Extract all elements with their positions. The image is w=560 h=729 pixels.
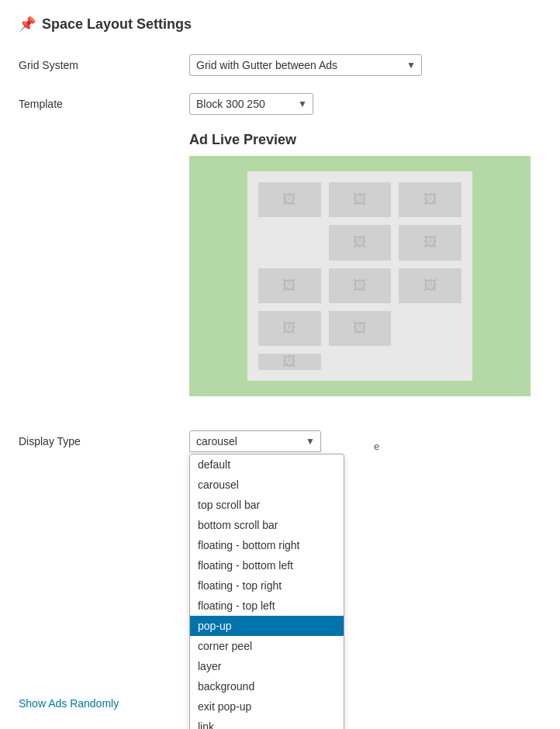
dropdown-item-top-scroll-bar[interactable]: top scroll bar <box>190 495 344 515</box>
img-placeholder-icon: 🖼 <box>282 320 296 337</box>
img-placeholder-icon: 🖼 <box>282 278 296 294</box>
dropdown-item-floating-bottom-left[interactable]: floating - bottom left <box>190 555 344 575</box>
preview-inner: 🖼 🖼 🖼 🖼 🖼 🖼 🖼 🖼 🖼 🖼 🖼 <box>247 171 472 381</box>
template-select[interactable]: Block 300 250 Banner Leaderboard <box>189 93 313 115</box>
img-placeholder-icon: 🖼 <box>353 234 367 250</box>
grid-system-label: Grid System <box>19 54 189 71</box>
grid-system-select[interactable]: Grid with Gutter between Ads Simple Grid… <box>189 54 422 76</box>
preview-title: Ad Live Preview <box>189 132 296 148</box>
dropdown-item-corner-peel[interactable]: corner peel <box>190 636 344 656</box>
page-title: 📌 Space Layout Settings <box>19 16 541 33</box>
grid-system-row: Grid System Grid with Gutter between Ads… <box>19 54 541 76</box>
display-type-dropdown: default carousel top scroll bar bottom s… <box>189 454 344 729</box>
dropdown-item-floating-top-left[interactable]: floating - top left <box>190 596 344 616</box>
grid-system-control: Grid with Gutter between Ads Simple Grid… <box>189 54 541 76</box>
preview-cell: 🖼 <box>329 311 392 346</box>
preview-cell: 🖼 <box>329 225 392 260</box>
pushpin-icon: 📌 <box>19 16 36 33</box>
preview-row: Ad Live Preview 🖼 🖼 🖼 🖼 🖼 🖼 🖼 🖼 🖼 🖼 🖼 <box>189 132 541 413</box>
dropdown-item-background[interactable]: background <box>190 676 344 696</box>
dropdown-item-bottom-scroll-bar[interactable]: bottom scroll bar <box>190 515 344 535</box>
img-placeholder-icon: 🖼 <box>423 278 437 294</box>
preview-cell: 🖼 <box>399 225 461 260</box>
preview-cell: 🖼 <box>258 354 321 370</box>
preview-cell: 🖼 <box>258 268 321 303</box>
template-select-wrapper[interactable]: Block 300 250 Banner Leaderboard ▼ <box>189 93 313 115</box>
dropdown-item-default[interactable]: default <box>190 454 344 475</box>
dropdown-item-carousel[interactable]: carousel <box>190 475 344 495</box>
preview-cell: 🖼 <box>399 182 461 217</box>
template-row: Template Block 300 250 Banner Leaderboar… <box>19 93 541 115</box>
display-type-select-wrapper[interactable]: carousel ▼ <box>189 430 321 452</box>
img-placeholder-icon: 🖼 <box>353 192 367 208</box>
settings-section: Grid System Grid with Gutter between Ads… <box>19 54 541 729</box>
display-type-label: Display Type <box>19 430 189 447</box>
dropdown-item-floating-bottom-right[interactable]: floating - bottom right <box>190 535 344 555</box>
img-placeholder-icon: 🖼 <box>353 278 367 294</box>
img-placeholder-icon: 🖼 <box>282 192 296 208</box>
template-label: Template <box>19 93 189 110</box>
preview-cell: 🖼 <box>258 182 321 217</box>
preview-cell: 🖼 <box>329 268 392 303</box>
dropdown-item-layer[interactable]: layer <box>190 656 344 676</box>
img-placeholder-icon: 🖼 <box>353 320 367 337</box>
preview-cell: 🖼 <box>399 268 461 303</box>
img-placeholder-icon: 🖼 <box>423 234 437 250</box>
preview-cell: 🖼 <box>329 182 392 217</box>
dropdown-item-floating-top-right[interactable]: floating - top right <box>190 575 344 596</box>
display-type-control: carousel ▼ default carousel top scroll b… <box>189 430 541 452</box>
grid-system-select-wrapper[interactable]: Grid with Gutter between Ads Simple Grid… <box>189 54 422 76</box>
preview-cell: 🖼 <box>258 311 321 346</box>
dropdown-item-popup[interactable]: pop-up <box>190 616 344 636</box>
display-type-note: e <box>374 434 379 452</box>
preview-cell-empty <box>399 311 461 346</box>
dropdown-item-exit-popup[interactable]: exit pop-up <box>190 696 344 717</box>
preview-container: 🖼 🖼 🖼 🖼 🖼 🖼 🖼 🖼 🖼 🖼 🖼 <box>189 156 531 396</box>
img-placeholder-icon: 🖼 <box>423 192 437 208</box>
display-type-header: carousel ▼ <box>189 430 541 452</box>
img-placeholder-icon: 🖼 <box>282 354 296 370</box>
template-control: Block 300 250 Banner Leaderboard ▼ <box>189 93 541 115</box>
display-type-selected-value[interactable]: carousel <box>189 430 321 452</box>
display-type-row: Display Type carousel ▼ default carousel… <box>19 430 541 452</box>
show-ads-randomly-label: Show Ads Randomly <box>19 693 189 710</box>
dropdown-item-link[interactable]: link <box>190 717 344 729</box>
